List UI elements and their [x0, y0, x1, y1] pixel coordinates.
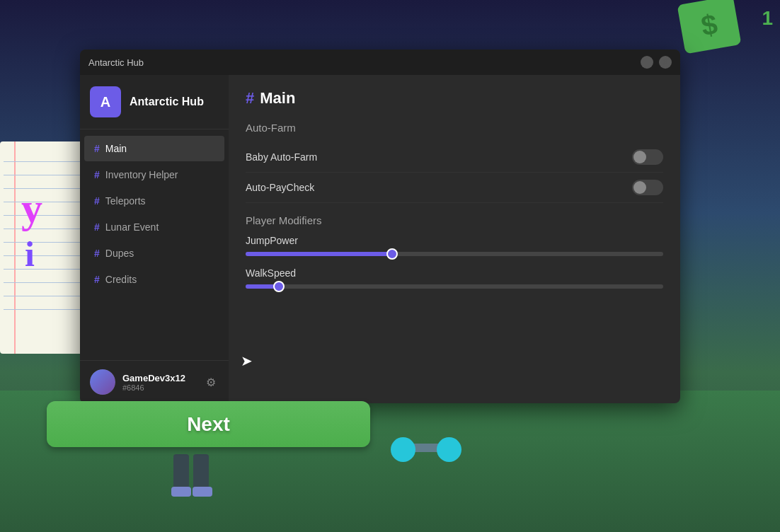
- notebook-line: [4, 188, 81, 189]
- hash-icon-credits: #: [94, 274, 100, 285]
- content-title: # Main: [246, 89, 663, 108]
- minimize-button[interactable]: —: [641, 56, 653, 69]
- sidebar-item-label-main: Main: [105, 143, 127, 154]
- baby-auto-farm-row: Baby Auto-Farm: [246, 142, 663, 173]
- notebook-line: [4, 282, 81, 283]
- walk-speed-thumb[interactable]: [273, 281, 285, 292]
- sidebar-item-lunar-event[interactable]: # Lunar Event: [84, 214, 224, 240]
- sidebar-item-credits[interactable]: # Credits: [84, 267, 224, 292]
- auto-paycheck-knob: [633, 181, 646, 194]
- notebook-line: [4, 161, 81, 162]
- notebook-line: [4, 242, 81, 243]
- notebook-line: [4, 175, 81, 175]
- close-button[interactable]: ✕: [659, 56, 672, 69]
- hub-title: Antarctic Hub: [130, 96, 204, 108]
- notebook-decoration: y i: [0, 141, 85, 354]
- sidebar-item-label-teleports: Teleports: [105, 195, 146, 207]
- sidebar-item-label-inventory: Inventory Helper: [105, 169, 178, 180]
- jump-power-fill: [246, 252, 392, 256]
- jump-power-thumb[interactable]: [386, 248, 398, 260]
- jump-power-track[interactable]: [246, 252, 663, 256]
- user-name: GameDev3x12: [122, 373, 196, 383]
- auto-paycheck-label: Auto-PayCheck: [246, 182, 314, 193]
- hub-avatar: A: [90, 86, 121, 117]
- title-bar: Antarctic Hub — ✕: [80, 50, 680, 75]
- hash-icon-inventory: #: [94, 169, 100, 180]
- auto-paycheck-toggle[interactable]: [632, 180, 663, 195]
- dumbbell-bar: [398, 444, 454, 452]
- main-window: Antarctic Hub — ✕ A Antarctic Hub # Main…: [80, 50, 680, 403]
- baby-auto-farm-label: Baby Auto-Farm: [246, 151, 317, 163]
- user-tag: #6846: [122, 383, 196, 392]
- main-content-panel: # Main Auto-Farm Baby Auto-Farm Auto-Pay…: [229, 75, 680, 403]
- notebook-line: [4, 215, 81, 216]
- user-footer: GameDev3x12 #6846 ⚙: [80, 360, 229, 403]
- notebook-letter-y: y: [21, 184, 42, 233]
- jump-power-label: JumpPower: [246, 235, 663, 246]
- dumbbell-weight-left: [391, 437, 415, 462]
- sidebar-item-inventory-helper[interactable]: # Inventory Helper: [84, 162, 224, 187]
- notebook-line: [4, 296, 81, 296]
- window-title: Antarctic Hub: [88, 57, 144, 68]
- char-shoe-left: [171, 487, 191, 497]
- sidebar-item-main[interactable]: # Main: [84, 136, 224, 161]
- window-body: A Antarctic Hub # Main # Inventory Helpe…: [80, 75, 680, 403]
- sidebar-item-label-lunar: Lunar Event: [105, 221, 159, 233]
- sidebar-item-label-credits: Credits: [105, 274, 137, 285]
- hash-icon-main: #: [94, 143, 100, 154]
- settings-button[interactable]: ⚙: [203, 373, 219, 392]
- user-avatar-image: [90, 369, 115, 395]
- notebook-line: [4, 269, 81, 270]
- char-shoe-right: [193, 487, 212, 497]
- notebook-line: [4, 255, 81, 256]
- walk-speed-track[interactable]: [246, 284, 663, 289]
- notebook-line: [4, 309, 81, 310]
- notebook-line: [4, 202, 81, 202]
- dumbbell: [398, 433, 469, 461]
- sidebar-item-label-dupes: Dupes: [105, 248, 134, 259]
- player-modifiers-label: Player Modifiers: [246, 214, 663, 226]
- char-leg-right: [193, 454, 209, 490]
- sidebar: A Antarctic Hub # Main # Inventory Helpe…: [80, 75, 229, 403]
- content-title-text: Main: [260, 89, 295, 108]
- baby-auto-farm-knob: [633, 151, 646, 163]
- dumbbell-weight-right: [437, 437, 461, 462]
- auto-paycheck-row: Auto-PayCheck: [246, 173, 663, 203]
- sidebar-item-teleports[interactable]: # Teleports: [84, 188, 224, 214]
- hash-icon-teleports: #: [94, 195, 100, 207]
- notebook-letter-i: i: [25, 233, 35, 274]
- user-info: GameDev3x12 #6846: [122, 373, 196, 392]
- title-bar-controls: — ✕: [641, 56, 672, 69]
- hash-icon-dupes: #: [94, 248, 100, 259]
- content-title-hash: #: [246, 89, 254, 108]
- notebook-lines: [0, 149, 85, 354]
- hash-icon-lunar: #: [94, 221, 100, 233]
- auto-farm-label: Auto-Farm: [246, 122, 663, 134]
- baby-auto-farm-toggle[interactable]: [632, 149, 663, 165]
- player-modifiers-section: Player Modifiers JumpPower WalkSpeed: [246, 214, 663, 289]
- sidebar-item-dupes[interactable]: # Dupes: [84, 241, 224, 266]
- hub-header: A Antarctic Hub: [80, 75, 229, 129]
- dollar-number: 1: [762, 7, 773, 30]
- next-button[interactable]: Next: [47, 401, 370, 447]
- nav-list: # Main # Inventory Helper # Teleports # …: [80, 129, 229, 360]
- notebook-line: [4, 229, 81, 229]
- char-leg-left: [173, 454, 189, 490]
- walk-speed-label: WalkSpeed: [246, 267, 663, 279]
- dollar-symbol: $: [699, 8, 720, 42]
- user-avatar: [90, 369, 115, 395]
